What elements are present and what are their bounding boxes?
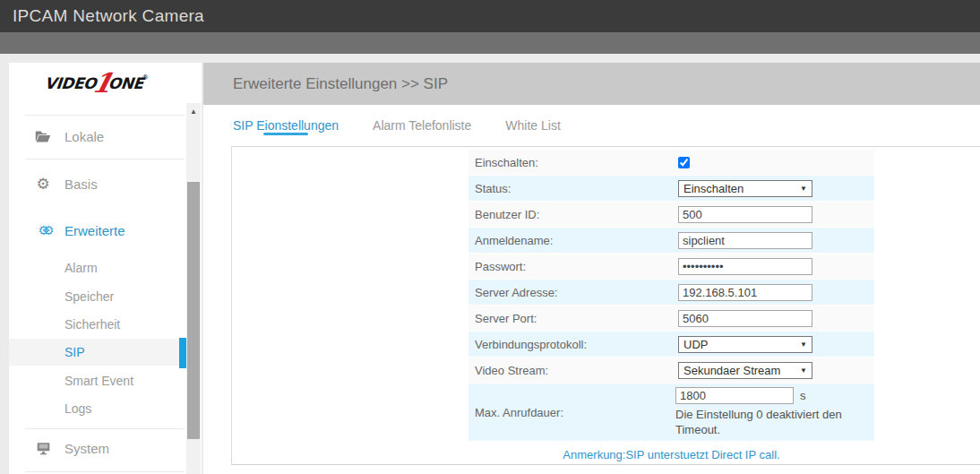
chevron-down-icon: ▼ <box>800 340 807 349</box>
select-value: UDP <box>683 338 708 351</box>
form-row-verbindungsprotokoll: Verbindungsprotokoll: UDP ▼ <box>469 332 874 357</box>
field-label: Passwort: <box>469 254 676 279</box>
form-row-passwort: Passwort: <box>469 254 874 279</box>
field-label: Einschalten: <box>469 150 676 175</box>
sidebar-item-label: Speicher <box>64 288 114 306</box>
sidebar-item-label: Basis <box>64 175 98 193</box>
gears-icon: ⚙⚙ <box>32 222 54 238</box>
form-row-status: Status: Einschalten ▼ <box>469 176 874 201</box>
tab-label: White List <box>505 118 560 133</box>
tab-alarm-telefonliste[interactable]: Alarm Telefonliste <box>373 105 471 146</box>
chevron-down-icon: ▼ <box>800 366 807 375</box>
sidebar-item-alarm[interactable]: Alarm <box>9 259 186 277</box>
tab-label: Alarm Telefonliste <box>373 118 471 133</box>
video-stream-select[interactable]: Sekundaer Stream ▼ <box>678 362 812 379</box>
field-label: Anmeldename: <box>469 228 676 253</box>
logo-text-1: VIDEO <box>44 74 97 92</box>
scroll-up-icon[interactable]: ▲ <box>186 103 201 119</box>
folder-icon <box>32 128 54 144</box>
form-row-benutzer-id: Benutzer ID: <box>469 202 874 227</box>
tab-bar: SIP Eionstellungen Alarm Telefonliste Wh… <box>233 105 595 146</box>
benutzer-id-input[interactable] <box>678 206 812 223</box>
sidebar-item-sicherheit[interactable]: Sicherheit <box>9 315 186 333</box>
status-select[interactable]: Einschalten ▼ <box>678 180 812 197</box>
passwort-input[interactable] <box>678 258 812 275</box>
header-sub-strip <box>0 32 980 54</box>
app-header: IPCAM Network Camera <box>0 0 980 32</box>
sidebar-divider <box>25 159 185 159</box>
field-label: Video Stream: <box>469 358 676 383</box>
select-value: Sekundaer Stream <box>683 364 780 377</box>
form-note: Anmerkung:SIP unterstuetzt Direct IP cal… <box>469 448 874 461</box>
field-label: Status: <box>469 176 676 201</box>
sidebar-item-sip[interactable]: SIP <box>9 343 186 361</box>
sidebar-item-speicher[interactable]: Speicher <box>9 288 186 306</box>
server-port-input[interactable] <box>678 310 812 327</box>
sidebar-item-lokale[interactable]: Lokale <box>9 127 186 145</box>
field-label: Verbindungsprotokoll: <box>469 332 676 357</box>
main-content: SIP Eionstellungen Alarm Telefonliste Wh… <box>203 105 980 474</box>
max-anrufdauer-input[interactable] <box>675 387 794 404</box>
sidebar-item-basis[interactable]: ⚙ Basis <box>9 175 186 193</box>
sip-settings-form: Einschalten: Status: Einschalten ▼ Benut… <box>469 150 874 461</box>
sidebar-item-label: Alarm <box>64 259 98 277</box>
chevron-down-icon: ▼ <box>800 185 807 193</box>
tab-label: SIP Eionstellungen <box>233 118 339 133</box>
form-row-anmeldename: Anmeldename: <box>469 228 874 253</box>
page-title-bar: Erweiterte Einstellungen >> SIP <box>203 63 980 105</box>
logo-text-2: ONE <box>107 74 143 92</box>
anmeldename-input[interactable] <box>678 232 812 249</box>
sidebar-divider <box>25 471 185 472</box>
field-label: Benutzer ID: <box>469 202 676 227</box>
sidebar-item-erweiterte[interactable]: ⚙⚙ Erweiterte <box>9 221 186 239</box>
field-label: Max. Anrufdauer: <box>469 384 674 441</box>
gear-icon: ⚙ <box>32 176 54 192</box>
page-title: Erweiterte Einstellungen >> SIP <box>233 63 448 105</box>
sidebar-item-label: Logs <box>64 400 91 418</box>
form-row-server-port: Server Port: <box>469 306 874 331</box>
tab-sip-einstellungen[interactable]: SIP Eionstellungen <box>233 105 339 146</box>
sidebar-item-system[interactable]: System <box>9 439 186 457</box>
form-row-einschalten: Einschalten: <box>469 150 874 175</box>
sidebar: VIDEO1ONE® Lokale ⚙ Basis ⚙⚙ Erweiterte … <box>9 63 202 474</box>
sidebar-divider <box>25 428 185 429</box>
field-label: Server Port: <box>469 306 676 331</box>
form-row-max-anrufdauer: Max. Anrufdauer: s Die Einstellung 0 dea… <box>469 384 874 441</box>
sidebar-item-label: SIP <box>64 343 85 361</box>
form-row-video-stream: Video Stream: Sekundaer Stream ▼ <box>469 358 874 383</box>
enable-checkbox[interactable] <box>678 157 690 168</box>
tab-white-list[interactable]: White List <box>505 105 560 146</box>
scrollbar-thumb[interactable] <box>187 182 200 439</box>
sidebar-item-label: Erweiterte <box>64 221 125 239</box>
sidebar-item-smart-event[interactable]: Smart Event <box>9 372 186 390</box>
sidebar-item-label: Sicherheit <box>64 315 120 333</box>
sidebar-item-logs[interactable]: Logs <box>9 400 186 418</box>
sidebar-item-label: System <box>64 439 109 457</box>
field-label: Server Adresse: <box>469 280 676 305</box>
field-help-text: Die Einstellung 0 deaktiviert den Timeou… <box>675 407 874 437</box>
select-value: Einschalten <box>683 182 744 195</box>
brand-logo: VIDEO1ONE® <box>45 73 148 93</box>
app-title: IPCAM Network Camera <box>13 0 204 32</box>
sidebar-item-label: Smart Event <box>64 372 133 390</box>
active-tab-underline <box>263 133 308 135</box>
unit-label: s <box>800 389 806 402</box>
verbindungsprotokoll-select[interactable]: UDP ▼ <box>678 336 812 353</box>
monitor-icon <box>32 440 54 456</box>
form-row-server-adresse: Server Adresse: <box>469 280 874 305</box>
sidebar-item-label: Lokale <box>64 127 104 145</box>
sidebar-scrollbar[interactable]: ▲ <box>186 103 201 474</box>
sidebar-divider <box>25 115 185 116</box>
server-adresse-input[interactable] <box>678 284 812 301</box>
